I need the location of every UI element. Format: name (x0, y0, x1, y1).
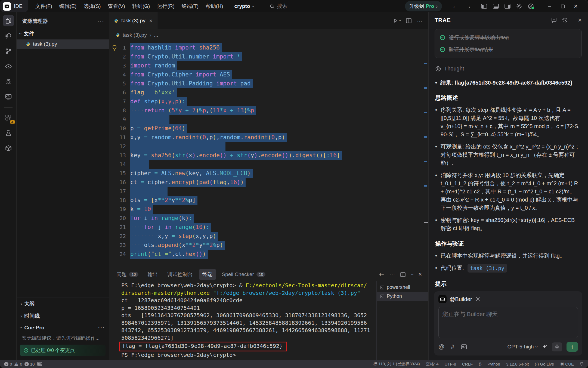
sidebar-more-button[interactable]: ··· (98, 18, 104, 24)
outline-section-header[interactable]: › 大纲 (17, 298, 109, 310)
status-item[interactable]: ⌘ CUE (560, 362, 574, 367)
project-switcher[interactable]: crypto› (234, 3, 254, 9)
search-sidebar-icon[interactable] (3, 30, 14, 42)
code-line[interactable]: 17 (109, 187, 428, 196)
breadcrumb[interactable]: task (3).py › ... (109, 29, 428, 41)
chat-input[interactable]: 您正在与 Builder 聊天 (438, 307, 578, 338)
upgrade-pro-button[interactable]: 升级到Pro› (405, 1, 442, 11)
panel-tab[interactable]: 输出 (144, 269, 162, 280)
new-terminal-button[interactable]: +› (379, 271, 384, 278)
code-line[interactable]: 24print("ct =",ct.hex()) (109, 250, 428, 259)
cuepro-status-bar[interactable]: 已处理 0/0 个变更点 (20, 345, 106, 356)
scrollbar-thumb[interactable] (424, 222, 428, 223)
status-item[interactable]: 3.12.8 64-bit (506, 362, 529, 366)
close-window-button[interactable]: × (569, 0, 582, 12)
extensions-icon[interactable] (3, 112, 14, 123)
forward-button[interactable]: → (465, 3, 471, 10)
code-line[interactable]: 3import random (109, 61, 428, 70)
status-item[interactable]: Python (487, 362, 500, 366)
code-line[interactable]: 1from hashlib import sha256 (109, 43, 428, 52)
code-line[interactable]: 2from Crypto.Util.number import * (109, 52, 428, 61)
toggle-sidebar-icon[interactable] (481, 4, 487, 9)
problem-warning[interactable]: !0 (14, 362, 22, 366)
spellcheck-icon[interactable] (37, 362, 42, 366)
code-line[interactable]: 5from Crypto.Util.Padding import pad (109, 79, 428, 88)
status-item[interactable]: (·) Go Live (535, 362, 554, 366)
settings-gear-icon[interactable] (516, 3, 522, 9)
code-line[interactable]: 8····return (5*y + 7)%p,(11*x + 13)%p (109, 106, 428, 115)
minimize-button[interactable]: − (543, 0, 556, 12)
split-editor-icon[interactable] (406, 18, 411, 23)
code-line[interactable]: 21····for j in range(10): (109, 223, 428, 232)
maximize-button[interactable] (556, 0, 569, 12)
code-line[interactable]: 6flag = b'xxx' (109, 88, 428, 97)
attach-image-icon[interactable] (461, 344, 467, 350)
source-control-icon[interactable] (3, 45, 14, 57)
status-item[interactable]: {} (479, 362, 481, 366)
code-location-chip[interactable]: task (3).py (468, 264, 507, 273)
code-line[interactable]: 19k = 10 (109, 205, 428, 214)
sparkle-icon[interactable] (542, 344, 547, 350)
status-item[interactable]: 行 119, 列 1 (已选择3924) (373, 361, 420, 367)
mention-icon[interactable]: @ (438, 343, 444, 350)
code-line[interactable]: 10p = getPrime(64) (109, 124, 428, 133)
maximize-panel-icon[interactable]: › (409, 274, 415, 276)
code-line[interactable]: 4from Crypto.Cipher import AES (109, 70, 428, 79)
code-line[interactable]: 18ots = [x**2*y**2%p] (109, 196, 428, 205)
menu-item[interactable]: 转到(G) (129, 3, 153, 10)
status-item[interactable]: CRLF (462, 362, 473, 366)
menu-item[interactable]: 查看(V) (104, 3, 129, 10)
back-button[interactable]: ← (452, 3, 458, 10)
history-icon[interactable] (562, 17, 568, 23)
menu-item[interactable]: 帮助(H) (202, 3, 227, 10)
file-item-task3py[interactable]: task (3).py (17, 39, 109, 49)
menu-item[interactable]: 终端(T) (178, 3, 202, 10)
preview-eye-icon[interactable] (3, 61, 14, 72)
account-button[interactable] (528, 3, 534, 9)
lightbulb-icon[interactable] (112, 45, 117, 51)
timeline-section-header[interactable]: › 时间线 (17, 310, 109, 322)
close-trae-icon[interactable]: × (578, 16, 582, 24)
container-box-icon[interactable] (3, 143, 14, 154)
problem-error[interactable]: ×0 (4, 362, 12, 366)
files-section-header[interactable]: › 文件 (17, 28, 109, 39)
toggle-panel-icon[interactable] (493, 4, 499, 9)
model-selector[interactable]: GPT-5-high› (507, 344, 538, 350)
mic-button[interactable] (552, 342, 562, 351)
send-button[interactable]: ↑ (567, 342, 578, 352)
notifications-bell-icon[interactable] (579, 362, 584, 366)
code-line[interactable]: 22········x,y = step(x,y,p) (109, 232, 428, 241)
toggle-secondary-panel-icon[interactable] (505, 4, 510, 9)
code-line[interactable]: 14 (109, 160, 428, 169)
panel-more-button[interactable]: ··· (389, 271, 395, 278)
new-chat-icon[interactable] (551, 17, 557, 23)
panel-tab[interactable]: 调试控制台 (164, 269, 197, 280)
code-line[interactable]: 7def step(x,y,p): (109, 97, 428, 106)
global-search[interactable]: 搜索 (270, 3, 287, 10)
menu-item[interactable]: 选择(S) (80, 3, 104, 10)
builder-agent-label[interactable]: @Builder (450, 296, 472, 302)
terminal-list-item[interactable]: Python (377, 292, 428, 301)
editor-more-button[interactable]: ··· (417, 18, 422, 24)
problems-summary[interactable]: ×0!0i10 (4, 362, 35, 366)
code-line[interactable]: 23····ots.append(x**2*y**2%p) (109, 241, 428, 250)
menu-item[interactable]: 编辑(E) (56, 3, 80, 10)
menu-item[interactable]: 文件(F) (32, 3, 56, 10)
test-beaker-icon[interactable] (3, 127, 14, 139)
cuepro-section-header[interactable]: › Cue-Pro ··· (17, 322, 109, 333)
code-line[interactable]: 11x,y = random.randint(0,p),random.randi… (109, 133, 428, 142)
code-line[interactable]: 16ct = cipher.encrypt(pad(flag,16)) (109, 178, 428, 187)
code-line[interactable]: 9 (109, 115, 428, 124)
problem-info[interactable]: i10 (24, 362, 35, 366)
cuepro-more-button[interactable]: ··· (98, 325, 105, 331)
code-line[interactable]: 15cipher = AES.new(key, AES.MODE_ECB) (109, 169, 428, 178)
code-line[interactable]: 12 (109, 142, 428, 151)
close-tab-icon[interactable]: × (149, 18, 153, 24)
code-line[interactable]: 13key = sha256(str(x).encode() + str(y).… (109, 151, 428, 160)
terminal-list-item[interactable]: powershell (377, 283, 428, 292)
panel-tab[interactable]: 问题10 (113, 269, 142, 280)
app-logo-tab[interactable]: IDE (0, 0, 28, 12)
status-item[interactable]: 空格: 4 (426, 361, 439, 367)
code-editor[interactable]: 1from hashlib import sha2562from Crypto.… (109, 41, 428, 268)
run-button[interactable]: › (393, 18, 401, 23)
